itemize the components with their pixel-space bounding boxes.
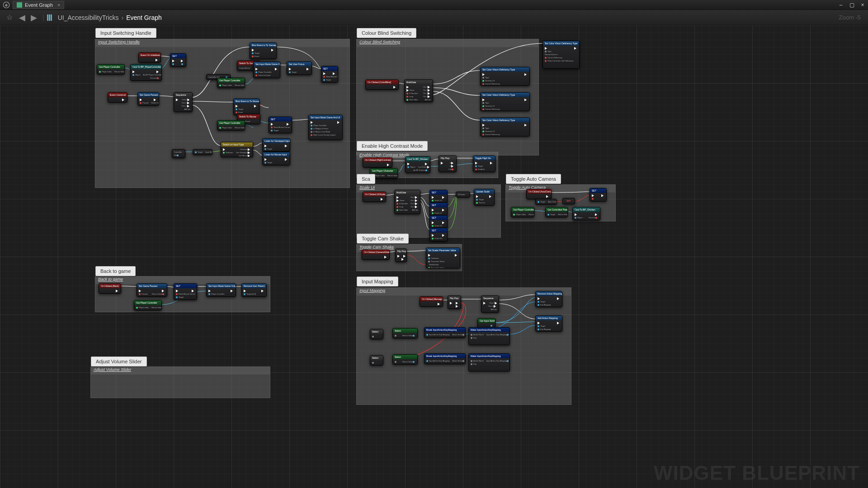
- node-toggle-high-vis[interactable]: Toggle High Vis TargetEnabled: [473, 155, 495, 172]
- node-get-controlled-pawn[interactable]: Get Controlled PawnTargetReturn Value: [545, 207, 568, 217]
- node-on-clicked-autocam[interactable]: On Clicked (AutoCam): [526, 189, 552, 199]
- node-get-player-controller[interactable]: Get Player Controller Player IndexReturn…: [217, 78, 245, 88]
- blueprint-graph-canvas[interactable]: Input Switching Handle Input Switching H…: [0, 25, 868, 488]
- node-ui-scale-var[interactable]: UI Scale: [456, 192, 470, 197]
- node-select-key-2[interactable]: Select: [370, 355, 383, 366]
- node-bind-event-mouse[interactable]: Bind Event to To Mouse TargetEvent: [233, 99, 259, 115]
- tab-title: Event Graph: [25, 2, 53, 8]
- node-make-iakm-1[interactable]: Make InputActionKeyMappingAction NameInp…: [468, 327, 510, 345]
- node-cast-bp-player-controller[interactable]: Cast To BP_PlayerController ObjectAs BP …: [130, 64, 162, 81]
- node-listen-gamepad[interactable]: Listen for Gamepad Input Target: [262, 138, 290, 152]
- node-set-user-focus[interactable]: Set User Focus Target: [287, 61, 312, 75]
- comment-area-title: Colour Blind Switching: [357, 39, 538, 47]
- comment-label-input-switching[interactable]: Input Switching Handle: [95, 28, 156, 38]
- comment-area-title: Input Switching Handle: [95, 39, 349, 47]
- node-on-clicked-highcontrast[interactable]: On Clicked (HighContrast): [363, 157, 392, 168]
- unreal-logo-icon: [2, 0, 11, 9]
- comment-label-input-mapping[interactable]: Input Mapping: [357, 277, 398, 286]
- graph-toolbar: ☆ ◀ ▶ | UI_AccessibilityTricks › Event G…: [0, 10, 868, 25]
- node-set-scale-1[interactable]: SETScale 1.0: [429, 190, 448, 203]
- node-set-scale-2[interactable]: SETScale 1.5: [429, 202, 448, 216]
- comment-area-title: Adjust Volume Slider: [91, 366, 270, 375]
- editor-tab[interactable]: Event Graph ×: [13, 1, 64, 9]
- node-select-1[interactable]: SelectReturn Value: [392, 328, 418, 338]
- node-set-cvd-type-2[interactable]: Set Color Vision Deficiency Type TypeSev…: [480, 92, 530, 111]
- comment-area-input-switching[interactable]: Input Switching Handle: [95, 39, 350, 188]
- node-set-input-mode-game-only[interactable]: Set Input Mode Game Only Player Controll…: [253, 61, 280, 78]
- node-set-variable[interactable]: SET: [170, 53, 186, 67]
- node-make-iakm-2[interactable]: Make InputActionKeyMappingAction NameInp…: [468, 353, 510, 371]
- node-break-iakm-2[interactable]: Break InputActionKeyMappingInput Action …: [424, 353, 466, 364]
- node-get-player-controller[interactable]: Get Player Controller Player IndexReturn…: [97, 64, 125, 75]
- node-target-input-mode[interactable]: TargetInput Mode: [193, 149, 212, 155]
- node-set-cvd-type-normal[interactable]: Set Color Vision Deficiency Type Type No…: [542, 41, 580, 69]
- node-select-2[interactable]: SelectReturn Value: [392, 354, 418, 365]
- node-on-clicked-uiscale[interactable]: On Clicked (UIScale): [363, 192, 386, 202]
- node-target-autocam[interactable]: TargetAuto Cam: [535, 199, 557, 205]
- node-set-show-cursor[interactable]: SET Show Mouse CursorTarget: [269, 117, 292, 133]
- node-cast-bp-chicken[interactable]: Cast To BP_Chicken ObjectCast FailedAs B…: [405, 156, 430, 173]
- nav-back-button[interactable]: ◀: [19, 13, 25, 23]
- node-set-scalar-param[interactable]: Set Scalar Parameter Value Collection Pa…: [426, 248, 460, 268]
- blueprint-icon: [47, 14, 55, 21]
- node-update-scale[interactable]: Update ScaleTargetPercent: [474, 189, 495, 206]
- node-on-clicked-colorblind[interactable]: On Clicked (ColorBlind): [365, 80, 399, 90]
- node-set-autocam[interactable]: SET: [590, 188, 607, 202]
- node-flipflop[interactable]: Flip Flop ABIs A: [439, 155, 457, 172]
- node-multigate-scale[interactable]: MultiGate Out 0 ResetOut 1 Is RandomOut …: [394, 190, 420, 214]
- zoom-level-label: Zoom -5: [839, 14, 861, 21]
- node-not[interactable]: NOT: [562, 198, 575, 204]
- node-select-key-1[interactable]: Select: [370, 329, 383, 339]
- node-listen-mouse[interactable]: Listen for Mouse Input Target: [262, 152, 290, 165]
- node-on-clicked-camshake[interactable]: On Clicked (CameraShake): [362, 249, 390, 260]
- node-sequence[interactable]: Sequence Then 0 Then 1 Then 2 Add pin: [174, 92, 193, 112]
- window-maximize-button[interactable]: ▢: [846, 2, 857, 8]
- node-set-scale-4[interactable]: SETScale 3.0: [429, 228, 448, 241]
- node-set-scale-3[interactable]: SETScale 2.0: [429, 215, 448, 229]
- comment-label-colour-blind[interactable]: Colour Blind Switching: [357, 28, 416, 38]
- node-switch-on-input-type[interactable]: Switch on Input Type Unknown SelectionUs…: [221, 142, 253, 157]
- comment-label-cam-shake[interactable]: Toggle Cam Shake: [357, 234, 409, 244]
- nav-forward-button[interactable]: ▶: [31, 13, 37, 23]
- node-break-iakm-1[interactable]: Break InputActionKeyMappingInput Action …: [424, 327, 466, 338]
- node-set-input-mode-game-and-ui[interactable]: Set Input Mode Game And UI Player Contro…: [308, 115, 343, 140]
- node-cast-bp-chicken-2[interactable]: Cast To BP_ChickenObjectSuccess: [572, 207, 600, 221]
- node-controller-ref-var[interactable]: Controller Ref: [172, 149, 185, 158]
- comment-label-scale-ui[interactable]: Sca: [357, 174, 375, 184]
- node-remove-from-parent[interactable]: Remove from ParentTarget [self]: [241, 283, 267, 297]
- chevron-right-icon: ›: [121, 14, 123, 21]
- node-remove-action-mapping[interactable]: Remove Action MappingTargetKey MappingFo…: [535, 291, 562, 307]
- node-add-action-mapping[interactable]: Add Action MappingTargetKey MappingForce…: [535, 315, 562, 332]
- node-set-input-game-only-back[interactable]: Set Input Mode Game OnlyPlayer Controlle…: [206, 283, 236, 297]
- node-event-on-initialized[interactable]: Event On Initialized: [138, 52, 161, 63]
- node-bind-event-gamepad[interactable]: Bind Event to To Gamepad TargetEvent: [250, 42, 277, 59]
- comment-label-auto-camera[interactable]: Toggle Auto Camera: [506, 174, 561, 184]
- node-set-game-paused[interactable]: Set Game Paused PausedReturn Value: [137, 92, 159, 106]
- comment-label-high-contrast[interactable]: Enable High Contrast Mode: [357, 141, 428, 151]
- node-get-player-controller[interactable]: Get Player Controller Player IndexReturn…: [217, 120, 245, 131]
- node-flipflop-remap[interactable]: Flip Flop: [448, 296, 461, 309]
- node-flipflop-camshake[interactable]: Flip Flop: [395, 249, 407, 262]
- node-set-game-paused-back[interactable]: Set Game PausedPausedReturn Value: [137, 283, 167, 297]
- node-sequence-remap[interactable]: SequenceThen 0Then 1Add pin: [481, 296, 499, 313]
- node-event-construct[interactable]: Event Construct: [108, 92, 127, 103]
- breadcrumb-current[interactable]: Event Graph: [126, 14, 162, 21]
- comment-label-back-to-game[interactable]: Back to game: [95, 266, 136, 276]
- node-get-player-controller[interactable]: Get Player ControllerPlayer IndexReturn …: [511, 207, 534, 217]
- breadcrumb-parent[interactable]: UI_AccessibilityTricks: [58, 14, 119, 21]
- favorite-icon[interactable]: ☆: [6, 13, 13, 22]
- node-set-cvd-type-1[interactable]: Set Color Vision Deficiency Type TypeSev…: [480, 67, 530, 86]
- node-on-clicked-remap[interactable]: On Clicked (Remap): [420, 296, 443, 307]
- window-close-button[interactable]: ×: [857, 2, 868, 8]
- window-minimize-button[interactable]: –: [835, 2, 846, 8]
- node-on-clicked-back[interactable]: On Clicked (Back): [99, 283, 121, 294]
- node-get-player-controller-back[interactable]: Get Player ControllerPlayer IndexReturn …: [134, 300, 162, 310]
- node-set-cvd-type-3[interactable]: Set Color Vision Deficiency Type TypeSev…: [480, 117, 530, 136]
- node-set-show-cursor-back[interactable]: SETShow Mouse CursorTarget: [174, 283, 197, 300]
- watermark-label: WIDGET BLUEPRINT: [654, 462, 860, 484]
- node-multigate[interactable]: MultiGate Out 0 ResetOut 1 Is RandomOut …: [404, 80, 433, 102]
- comment-label-adjust-volume[interactable]: Adjust Volume Slider: [91, 357, 147, 366]
- node-set-show-cursor[interactable]: SET Show Mouse CursorTarget: [321, 66, 338, 83]
- tab-close-icon[interactable]: ×: [57, 2, 60, 8]
- comment-area-adjust-volume[interactable]: Adjust Volume Slider: [90, 366, 270, 398]
